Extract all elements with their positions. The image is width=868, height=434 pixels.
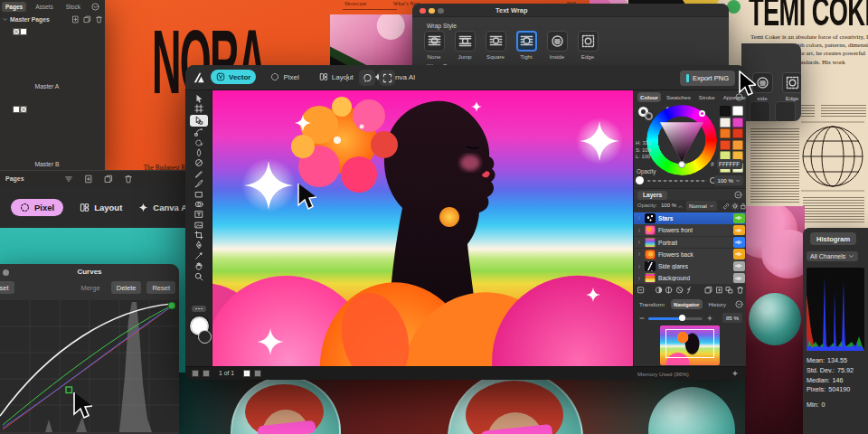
layer-row[interactable]: Background [634, 272, 746, 284]
close-button[interactable] [420, 8, 426, 14]
layers-toolbar-icon[interactable] [665, 286, 673, 295]
panel-action-icon[interactable] [71, 15, 80, 24]
zoom-out-button[interactable] [638, 315, 646, 322]
tab-swatches[interactable]: Swatches [664, 92, 693, 102]
zoom-in-button[interactable] [706, 315, 713, 322]
first-page-button[interactable] [192, 370, 199, 377]
layers-toolbar-icon[interactable] [675, 286, 684, 295]
move-tool[interactable] [191, 94, 207, 103]
wrap-edge-option[interactable]: Edge [575, 31, 600, 60]
persona-vector[interactable]: Vector [211, 70, 256, 84]
panel-action-icon[interactable] [104, 175, 113, 184]
section-collapse-icon[interactable] [2, 16, 8, 23]
panel-action-icon[interactable] [84, 175, 93, 184]
navigator-viewport[interactable] [665, 329, 714, 358]
panel-action-icon[interactable] [64, 175, 73, 184]
persona-canva-ai-pill[interactable]: Canva AI [138, 203, 186, 212]
shape-builder-tool[interactable] [191, 200, 207, 209]
layer-row[interactable]: Stars [634, 212, 746, 224]
swatch[interactable] [720, 140, 731, 150]
image-frame-tool[interactable] [191, 221, 207, 230]
reset-button[interactable]: Reset [146, 281, 175, 294]
tab-stroke[interactable]: Stroke [696, 92, 718, 102]
colour-well[interactable] [190, 316, 209, 335]
wrap-tight-option[interactable]: Tight [514, 31, 539, 60]
tab-colour[interactable]: Colour [637, 92, 661, 102]
swatch[interactable] [732, 128, 743, 138]
layer-visibility-toggle[interactable] [733, 225, 745, 236]
layers-toolbar-icon[interactable] [725, 286, 733, 295]
panel-action-icon[interactable] [95, 15, 103, 24]
pen-tool[interactable] [191, 241, 207, 250]
swatch[interactable] [732, 118, 743, 127]
layer-visibility-toggle[interactable] [733, 213, 745, 224]
merge-button[interactable]: Merge [75, 281, 105, 294]
wrap-none-option[interactable]: None [421, 31, 447, 60]
flood-select-tool[interactable] [191, 148, 207, 157]
layer-visibility-toggle[interactable] [733, 261, 745, 272]
tab-navigator[interactable]: Navigator [671, 299, 703, 309]
master-page-item[interactable]: Master A [0, 25, 105, 103]
panel-chevron-icon[interactable] [735, 300, 743, 308]
crop-tool[interactable] [191, 231, 207, 240]
lock-icon[interactable] [740, 203, 746, 210]
layers-toolbar-icon[interactable] [736, 286, 744, 295]
wrap-inside-option[interactable]: Inside [544, 31, 570, 60]
swatch[interactable] [732, 140, 743, 150]
next-page-button[interactable] [243, 370, 250, 377]
export-button[interactable]: Export PNG [680, 71, 735, 86]
opacity-knob[interactable] [636, 176, 644, 184]
ring-knob[interactable] [699, 110, 705, 117]
view-tool[interactable] [191, 261, 207, 270]
persona-pixel-pill[interactable]: Pixel [11, 199, 63, 216]
tab-transform[interactable]: Transform [637, 299, 667, 309]
panel-action-icon[interactable] [83, 15, 91, 24]
more-tools[interactable] [192, 306, 206, 312]
layer-row[interactable]: Side glares [634, 260, 746, 272]
zoom-value[interactable]: 85 % [722, 313, 742, 323]
more-options-icon[interactable] [343, 73, 352, 82]
zoom-knob[interactable] [679, 315, 685, 321]
opacity-slider[interactable] [647, 180, 707, 183]
artwork-canvas[interactable] [212, 90, 633, 366]
tab-layers[interactable]: Layers [637, 191, 667, 200]
layers-toolbar-icon[interactable] [655, 286, 663, 295]
blend-mode-select[interactable]: Normal [686, 201, 717, 211]
persona-layout-pill[interactable]: Layout [80, 203, 122, 212]
layer-row[interactable]: Flowers front [634, 224, 746, 236]
colour-picker-tool[interactable] [191, 251, 207, 260]
curves-graph[interactable] [0, 300, 179, 432]
wrap-edge-fragment[interactable]: Edge [779, 72, 801, 101]
snapping-toggle[interactable] [359, 70, 375, 86]
delete-button[interactable]: Delete [111, 281, 142, 294]
expand-icon[interactable] [637, 240, 642, 245]
transparency-tool[interactable] [191, 158, 207, 167]
wheel-knob[interactable] [678, 161, 685, 168]
layers-toolbar-icon[interactable] [704, 286, 712, 295]
node-tool[interactable] [190, 115, 208, 127]
expand-icon[interactable] [637, 215, 642, 221]
panel-action-icon[interactable] [124, 175, 133, 184]
navigator-thumbnail[interactable] [660, 326, 720, 365]
colour-wheel[interactable] [646, 105, 717, 175]
last-page-button[interactable] [254, 370, 261, 377]
expand-icon[interactable] [637, 276, 642, 281]
caret-up-icon[interactable] [677, 203, 684, 210]
vector-brush-tool[interactable] [191, 179, 207, 188]
tab-pages[interactable]: Pages [2, 2, 26, 12]
curves-left-button[interactable]: Reset [0, 281, 14, 294]
layer-visibility-toggle[interactable] [733, 273, 745, 284]
layers-opacity-value[interactable]: 100 % [661, 203, 676, 208]
layer-visibility-toggle[interactable] [733, 237, 745, 248]
pencil-tool[interactable] [191, 169, 207, 178]
rectangle-tool[interactable] [191, 190, 207, 199]
layer-row[interactable]: Portrait [634, 237, 746, 249]
expand-icon[interactable] [637, 228, 642, 233]
channel-select[interactable]: All Channels [807, 251, 858, 261]
panel-chevron-icon[interactable] [91, 3, 99, 11]
layers-toolbar-icon[interactable] [685, 286, 693, 295]
persona-pixel[interactable]: Pixel [265, 70, 304, 84]
swatch[interactable] [720, 118, 731, 127]
artboard-tool[interactable] [191, 104, 207, 113]
zoom-slider[interactable] [648, 317, 703, 320]
